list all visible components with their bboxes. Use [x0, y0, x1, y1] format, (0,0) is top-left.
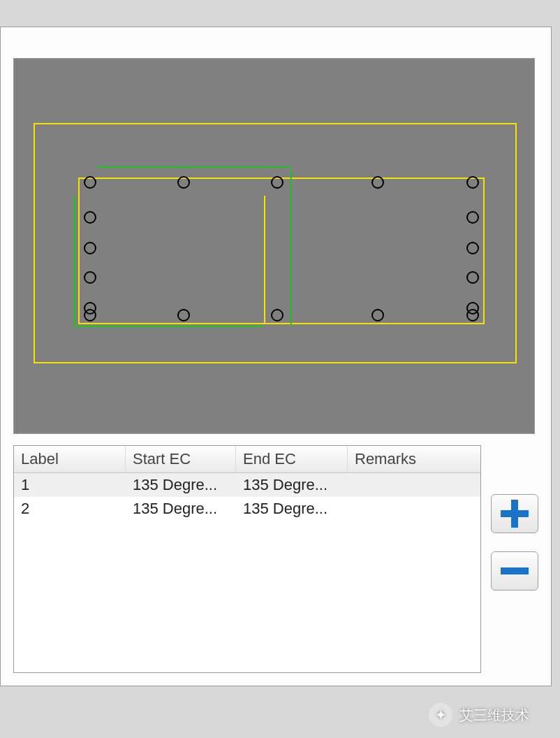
- watermark-text: 艾三维技术: [459, 706, 529, 725]
- rebar-icon: [84, 211, 96, 224]
- stirrup-table[interactable]: Label Start EC End EC Remarks 1135 Degre…: [13, 445, 481, 673]
- rebar-icon: [84, 242, 96, 254]
- rebar-icon: [466, 302, 479, 314]
- rebar-icon: [84, 271, 96, 284]
- rebar-icon: [271, 309, 283, 321]
- table-row[interactable]: 2135 Degre...135 Degre...: [14, 497, 480, 521]
- rebar-icon: [84, 302, 96, 314]
- watermark: ✦ 艾三维技术: [429, 703, 529, 727]
- table-cell[interactable]: 2: [14, 497, 126, 521]
- table-cell[interactable]: 135 Degre...: [236, 497, 348, 521]
- section-preview: [13, 58, 535, 434]
- stirrup-1-hook: [264, 196, 265, 323]
- remove-button[interactable]: [491, 551, 538, 591]
- table-row[interactable]: 1135 Degre...135 Degre...: [14, 473, 480, 497]
- table-cell[interactable]: 135 Degre...: [126, 497, 236, 521]
- rebar-icon: [271, 176, 283, 189]
- rebar-icon: [466, 271, 479, 284]
- minus-icon: [501, 567, 529, 574]
- rebar-icon: [466, 176, 479, 189]
- dialog-window: Label Start EC End EC Remarks 1135 Degre…: [0, 27, 552, 686]
- side-buttons: [491, 445, 538, 591]
- th-label[interactable]: Label: [14, 446, 126, 472]
- stirrup-1: [78, 178, 485, 324]
- stirrup-2-top: [96, 166, 290, 168]
- rebar-icon: [371, 309, 384, 321]
- th-remarks[interactable]: Remarks: [348, 446, 480, 472]
- table-cell[interactable]: 1: [14, 473, 126, 497]
- table-cell[interactable]: 135 Degre...: [236, 473, 348, 497]
- rebar-icon: [177, 309, 190, 321]
- add-button[interactable]: [491, 494, 538, 533]
- plus-icon: [511, 500, 518, 528]
- watermark-icon: ✦: [429, 703, 452, 727]
- table-header-row: Label Start EC End EC Remarks: [14, 446, 480, 473]
- table-cell[interactable]: 135 Degre...: [126, 473, 236, 497]
- table-cell[interactable]: [348, 497, 480, 521]
- th-start-ec[interactable]: Start EC: [126, 446, 236, 472]
- rebar-icon: [466, 211, 479, 224]
- table-cell[interactable]: [348, 473, 480, 497]
- rebar-icon: [84, 176, 96, 189]
- stirrup-2-left: [74, 196, 75, 327]
- rebar-icon: [177, 176, 190, 189]
- watermark-symbol: ✦: [435, 707, 447, 723]
- th-end-ec[interactable]: End EC: [236, 446, 348, 472]
- rebar-icon: [466, 242, 479, 254]
- stirrup-2-right: [290, 169, 292, 326]
- stirrup-2-bottom: [74, 326, 264, 327]
- rebar-icon: [371, 176, 384, 189]
